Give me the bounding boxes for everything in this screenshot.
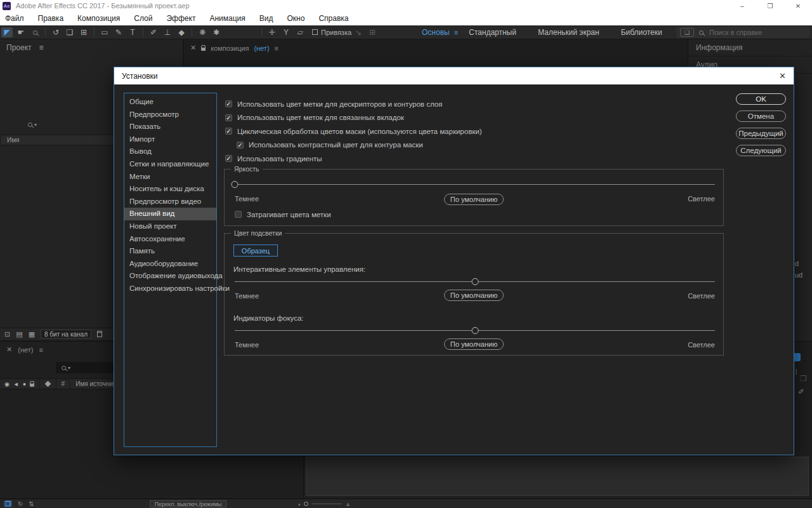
checkbox[interactable] (237, 142, 244, 149)
menu-help[interactable]: Справка (311, 14, 355, 23)
checkbox[interactable] (225, 155, 232, 162)
panel-menu-icon[interactable]: ≡ (39, 346, 43, 354)
close-tab-icon[interactable]: ✕ (190, 44, 196, 52)
snap-label[interactable]: Привязка (321, 29, 351, 36)
focus-default-button[interactable]: По умолчанию (444, 338, 504, 350)
menu-view[interactable]: Вид (252, 14, 280, 23)
type-tool-icon[interactable]: T (127, 27, 138, 37)
panel-menu-icon[interactable]: ≡ (39, 43, 44, 52)
label-color-column[interactable] (39, 382, 56, 386)
checkbox[interactable] (225, 128, 232, 135)
caret-down-icon[interactable]: ▾ (34, 122, 37, 128)
bit-depth-button[interactable]: 8 бит на канал (41, 330, 91, 338)
ok-button[interactable]: OK (736, 93, 786, 105)
delete-icon[interactable] (97, 331, 102, 337)
rotation-tool-icon[interactable]: ↺ (50, 27, 62, 37)
menu-window[interactable]: Окно (280, 14, 311, 23)
interactive-default-button[interactable]: По умолчанию (444, 290, 504, 301)
affects-label-colors-checkbox[interactable] (235, 211, 242, 218)
prefs-category-general[interactable]: Общие (124, 96, 216, 109)
rectangle-tool-icon[interactable]: ▭ (99, 27, 110, 37)
snap-option-icon[interactable]: ↘ (353, 27, 364, 37)
toggle-switches-modes-button[interactable]: Перекл. выключ./режимы (150, 500, 226, 507)
hand-tool-icon[interactable]: ☛ (15, 27, 27, 37)
focus-slider-track[interactable] (235, 330, 715, 331)
search-icon[interactable] (28, 123, 32, 127)
lock-icon[interactable] (30, 384, 34, 387)
next-button[interactable]: Следующий (736, 145, 786, 156)
timeline-track-area[interactable] (306, 457, 809, 496)
brightness-default-button[interactable]: По умолчанию (444, 194, 504, 205)
prefs-category-audio-output[interactable]: Отображение аудиовыхода (124, 270, 216, 283)
zoom-slider-track[interactable] (311, 504, 342, 504)
eraser-tool-icon[interactable]: ◆ (176, 27, 187, 37)
roto-brush-tool-icon[interactable]: ❋ (197, 27, 208, 37)
source-name-column[interactable]: Имя источника (70, 380, 119, 387)
zoom-tool-icon[interactable] (29, 27, 41, 37)
menu-layer[interactable]: Слой (127, 14, 159, 23)
menu-animation[interactable]: Анимация (202, 14, 252, 23)
composition-tab[interactable]: ✕ композиция (нет) ≡ (184, 39, 688, 52)
brightness-slider-track[interactable] (235, 184, 715, 185)
menu-edit[interactable]: Правка (31, 14, 71, 23)
prefs-category-sync-settings[interactable]: Синхронизировать настройки (124, 283, 216, 295)
interactive-slider-track[interactable] (235, 281, 715, 282)
workspace-switcher-icon[interactable]: ❑ (680, 28, 694, 37)
local-axis-mode-icon[interactable]: ✛ (266, 27, 278, 37)
prefs-category-appearance[interactable]: Внешний вид (124, 208, 216, 220)
prefs-category-display[interactable]: Показать (124, 121, 216, 133)
cancel-button[interactable]: Отмена (736, 110, 786, 122)
pan-behind-tool-icon[interactable]: ⊞ (78, 27, 89, 37)
close-window-button[interactable]: ✕ (784, 0, 812, 11)
workspace-tab-small-screen[interactable]: Маленький экран (527, 28, 610, 37)
prefs-category-grids-guides[interactable]: Сетки и направляющие (124, 158, 216, 171)
pen-tool-icon[interactable]: ✎ (113, 27, 124, 37)
eye-icon[interactable]: ◉ (4, 381, 10, 387)
refresh-icon[interactable]: ↻ (18, 500, 23, 507)
toggle-switches-icon[interactable]: ⇅ (29, 500, 34, 507)
prefs-category-media-disk-cache[interactable]: Носитель и кэш диска (124, 183, 216, 196)
live-update-icon[interactable]: ❐ (4, 500, 12, 507)
interpret-footage-icon[interactable]: ⊡ (4, 330, 10, 338)
zoom-slider-knob[interactable] (304, 502, 308, 506)
zoom-in-icon[interactable]: ▲ (345, 500, 351, 507)
prefs-category-output[interactable]: Вывод (124, 145, 216, 158)
dialog-close-icon[interactable]: ✕ (779, 71, 786, 81)
workspace-tab-standard[interactable]: Стандартный (458, 28, 527, 37)
workspace-tab-essentials[interactable]: Основы (411, 28, 461, 37)
prefs-category-labels[interactable]: Метки (124, 171, 216, 184)
new-composition-icon[interactable]: ▦ (29, 330, 35, 338)
brush-tool-icon[interactable]: ✐ (148, 27, 159, 37)
checkbox[interactable] (225, 114, 232, 121)
selection-tool-icon[interactable]: ◤ (1, 27, 13, 37)
snap-checkbox[interactable] (312, 29, 318, 35)
prefs-category-auto-save[interactable]: Автосохранение (124, 233, 216, 246)
panel-menu-icon[interactable]: ≡ (275, 44, 278, 52)
snap-option-icon[interactable]: ⊞ (367, 27, 378, 37)
focus-slider-knob[interactable] (471, 327, 478, 334)
prefs-category-previews[interactable]: Предпросмотр (124, 109, 216, 121)
menu-effect[interactable]: Эффект (159, 14, 202, 23)
minimize-button[interactable]: – (728, 0, 756, 11)
prefs-category-import[interactable]: Импорт (124, 133, 216, 146)
world-axis-mode-icon[interactable]: Y (280, 27, 292, 37)
sample-button[interactable]: Образец (233, 244, 278, 257)
previous-button[interactable]: Предыдущий (736, 128, 786, 139)
help-search-input[interactable] (708, 28, 803, 37)
puppet-pin-tool-icon[interactable]: ✱ (211, 27, 222, 37)
new-folder-icon[interactable]: ▤ (16, 330, 22, 338)
menu-composition[interactable]: Композиция (70, 14, 127, 23)
info-panel-tab[interactable]: Информация (688, 39, 812, 57)
interactive-slider-knob[interactable] (471, 278, 478, 285)
camera-tool-icon[interactable]: ❏ (64, 27, 75, 37)
close-tab-icon[interactable]: ✕ (6, 345, 12, 354)
project-tab[interactable]: Проект (6, 43, 32, 52)
layer-number-column[interactable]: # (56, 380, 69, 387)
menu-file[interactable]: Файл (0, 14, 31, 23)
dialog-title-bar[interactable]: Установки ✕ (114, 67, 794, 84)
workspace-tab-libraries[interactable]: Библиотеки (610, 28, 673, 37)
view-axis-mode-icon[interactable]: ▱ (294, 27, 306, 37)
restore-button[interactable]: ❐ (756, 0, 784, 11)
checkbox[interactable] (225, 100, 232, 107)
zoom-out-icon[interactable]: ▴ (298, 502, 301, 507)
